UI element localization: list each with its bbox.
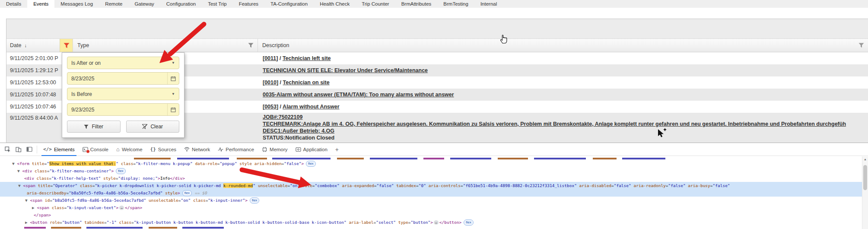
devtools-tab-elements[interactable]: </> Elements [39,143,79,156]
flex-badge: flex [116,168,125,174]
techremark-link[interactable]: TECHREMARK:Anlage AB im 4. OG, Fehlerspe… [263,121,868,127]
expander-icon[interactable]: ▼ [18,183,23,188]
event-link[interactable]: Technician left site [283,55,331,61]
devtools-tab-application[interactable]: Application [292,143,331,156]
dock-panel-icon [26,146,32,152]
code-token: <span [37,205,49,210]
devtools-tab-sources[interactable]: {} Sources [146,143,180,156]
add-tab-icon: + [335,146,339,153]
devtools-tab-label: Welcome [122,147,143,152]
type-header-label: Type [77,42,89,48]
tab-brmtesting[interactable]: BrmTesting [437,0,474,8]
tab-test-trip[interactable]: Test Trip [202,0,232,8]
devtools-tab-network[interactable]: Network [180,143,214,156]
devtools-scrollbar[interactable]: ▲ [862,156,868,229]
expander-icon[interactable]: ▼ [12,161,17,166]
filter-button[interactable]: Filter [67,121,121,133]
code-line[interactable]: ▶ <span class="k-input-value-text">…</sp… [0,204,868,211]
event-description: [0053] / Alarm without Answer [258,104,868,110]
app-window: Details Events Messages Log Remote Gatew… [0,0,868,229]
scroll-up-icon[interactable]: ▲ [864,158,867,161]
code-token: "false" [668,183,686,188]
clear-button[interactable]: Clear [126,121,180,133]
expander-icon[interactable]: ▶ [32,205,37,210]
selected-code-line[interactable]: ▼ <span title="Operator" class="k-picker… [0,182,868,189]
funnel-icon[interactable] [858,43,864,48]
red-annotation-arrow [152,20,210,68]
devtools-tab-console[interactable]: Console [79,143,112,156]
desc-text: ] / [277,80,283,86]
dock-panel-button[interactable] [24,144,35,155]
filter-date2-input[interactable]: 9/23/2025 [67,103,179,116]
tab-events[interactable]: Events [27,0,54,8]
devtools-tab-label: Sources [158,147,176,152]
code-line[interactable]: ▶ <button role="button" tabindex="-1" cl… [0,219,868,226]
tab-health-check[interactable]: Health Check [314,0,356,8]
expander-icon[interactable]: ▼ [25,198,30,203]
code-token: tabindex [394,183,416,188]
event-link[interactable]: Alarm without Answer [283,104,340,110]
filter-popup-buttons: Filter Clear [67,121,179,133]
devtools-tab-welcome[interactable]: ⌂ Welcome [112,143,146,156]
code-line[interactable]: ▼ <div class="k-filter-menu-container">f… [0,167,868,175]
flex-badge: flex [182,190,192,196]
event-link[interactable]: Technician on site [283,80,330,86]
funnel-icon[interactable] [248,43,254,48]
code-token: "popup" [220,161,237,166]
column-header-date[interactable]: Date ↓ [6,39,60,52]
tab-configuration[interactable]: Configuration [160,0,202,8]
devtools-tab-performance[interactable]: Performance [214,143,258,156]
code-token: "k-input-inner" [208,198,245,203]
desc1-link[interactable]: DESC1:Außer Betrieb; 4.OG [263,127,868,134]
code-line[interactable]: ▼ <span id="b8a50fc5-fd9a-4a86-b56a-5ece… [0,197,868,204]
event-link[interactable]: 0035-Alarm without answer (ETMA/TAM): To… [263,92,454,98]
code-token: </span> [125,205,142,210]
date-filter-button[interactable] [60,39,73,52]
devtools-tab-memory[interactable]: Memory [258,143,292,156]
inspect-element-button[interactable] [2,144,13,155]
job-number-link[interactable]: JOB#:75022109 [263,114,868,121]
tab-remote[interactable]: Remote [99,0,128,8]
flex-badge: flex [464,219,473,226]
tab-trip-counter[interactable]: Trip Counter [356,0,395,8]
tab-brmattributes[interactable]: BrmAttributes [395,0,438,8]
calendar-button[interactable] [167,104,179,115]
devtools-tab-label: Console [90,147,108,152]
tab-ta-configuration[interactable]: TA-Configuration [264,0,314,8]
code-token: style [237,161,252,166]
selected-code-line[interactable]: aria-describedby="b8a50fc5-fd9a-4a86-b56… [0,189,868,197]
device-toolbar-button[interactable] [13,144,24,155]
event-code-link[interactable]: 0010 [264,80,277,86]
code-token: " [47,161,49,166]
tab-features[interactable]: Features [233,0,264,8]
code-token: "b8a50fc5-fd9a-4a86-b56a-5ece4ac7afbd" [52,198,146,203]
code-token: class [191,198,205,203]
event-link[interactable]: TECHNICIAN ON SITE ELE: Elevator Under S… [263,67,428,73]
code-token: <span [23,183,35,188]
code-token: tabindex [82,220,104,225]
device-toolbar-icon [16,146,22,153]
calendar-button[interactable] [167,73,179,84]
code-token: aria-expanded [340,183,374,188]
code-line[interactable]: ▼ <form title="Show items with value tha… [0,160,868,167]
tab-internal[interactable]: Internal [474,0,503,8]
event-code-link[interactable]: 0011 [264,55,276,61]
code-token: == $0 [195,191,207,195]
code-token: > [116,205,119,210]
code-line[interactable]: <div class="k-filter-help-text" style="d… [0,175,868,182]
application-icon [296,147,301,152]
devtools-tab-more[interactable]: + [331,143,343,156]
tab-gateway[interactable]: Gateway [128,0,160,8]
scrollbar-thumb[interactable] [863,165,867,190]
column-header-description[interactable]: Description [258,39,868,52]
chevron-down-icon: ▼ [172,92,175,96]
expander-icon[interactable]: ▶ [25,220,30,225]
code-token: id [42,198,50,203]
tab-details[interactable]: Details [0,0,27,8]
expander-icon[interactable]: ▼ [17,169,22,173]
filter-operator2-dropdown[interactable]: Is Before ▼ [67,88,179,100]
event-code-link[interactable]: 0053 [264,104,277,110]
filter-date1-input[interactable]: 8/23/2025 [67,72,179,85]
tab-messages-log[interactable]: Messages Log [54,0,99,8]
code-line[interactable]: </span> [0,211,868,219]
